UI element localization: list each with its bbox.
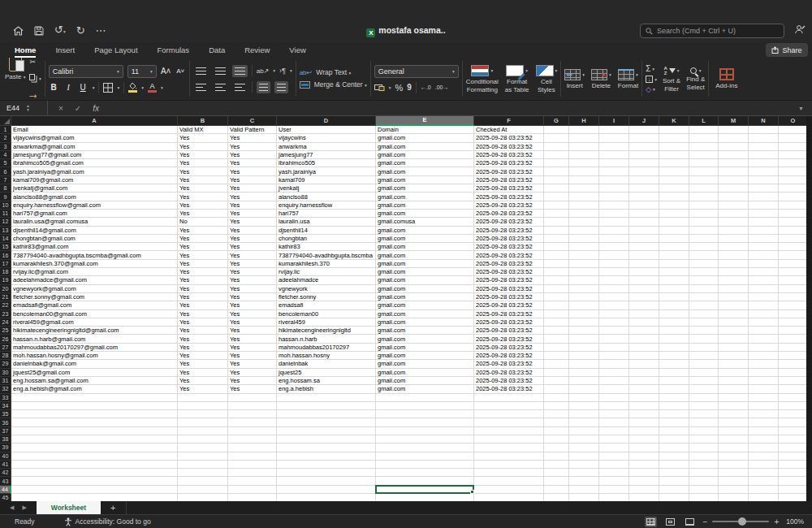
borders-button[interactable] <box>103 83 113 93</box>
cell-J43[interactable] <box>629 477 659 485</box>
cell-B42[interactable] <box>178 469 228 477</box>
cell-F18[interactable]: 2025-09-28 03:23:52 <box>474 268 544 276</box>
cell-K34[interactable] <box>659 402 689 410</box>
cell-E36[interactable] <box>376 418 474 426</box>
cell-J10[interactable] <box>629 201 659 210</box>
row-header-1[interactable]: 1 <box>0 126 11 134</box>
cell-O23[interactable] <box>779 310 808 318</box>
sheet-tab-worksheet[interactable]: Worksheet <box>37 501 101 514</box>
cell-M41[interactable] <box>719 461 749 469</box>
cell-D42[interactable] <box>277 469 376 477</box>
cell-B4[interactable]: Yes <box>178 151 228 159</box>
cell-N7[interactable] <box>749 176 779 184</box>
cell-N11[interactable] <box>749 210 779 218</box>
row-header-10[interactable]: 10 <box>0 201 11 210</box>
row-header-22[interactable]: 22 <box>0 301 11 309</box>
cell-M39[interactable] <box>719 444 749 452</box>
cell-E42[interactable] <box>376 469 474 477</box>
format-cells-button[interactable]: ▾ Format <box>618 69 638 89</box>
cell-A23[interactable]: bencoleman00@gmail.com <box>11 310 178 318</box>
cell-H25[interactable] <box>569 327 599 335</box>
cell-M16[interactable] <box>719 251 749 259</box>
cell-D1[interactable]: User <box>277 126 376 134</box>
cell-I41[interactable] <box>599 461 629 469</box>
cell-A16[interactable]: 7387794040-avadhbgupta.bscmba@gmail.com <box>11 251 178 259</box>
cell-N12[interactable] <box>749 218 779 226</box>
cell-I22[interactable] <box>599 301 629 309</box>
cell-I38[interactable] <box>599 435 629 444</box>
row-header-38[interactable]: 38 <box>0 435 11 444</box>
cell-D5[interactable]: ibrahimco505 <box>277 159 376 167</box>
cell-M25[interactable] <box>719 327 749 335</box>
cell-N30[interactable] <box>749 369 779 377</box>
cell-N34[interactable] <box>749 402 779 410</box>
cell-F29[interactable]: 2025-09-28 03:23:52 <box>474 360 544 368</box>
cell-H45[interactable] <box>569 494 599 501</box>
cell-N33[interactable] <box>749 394 779 402</box>
cell-M26[interactable] <box>719 335 749 343</box>
cell-N21[interactable] <box>749 293 779 301</box>
cell-D38[interactable] <box>277 435 376 444</box>
row-header-40[interactable]: 40 <box>0 452 11 461</box>
cell-F32[interactable]: 2025-09-28 03:23:52 <box>474 385 544 393</box>
cell-G6[interactable] <box>544 167 569 175</box>
cell-L40[interactable] <box>689 452 719 461</box>
cell-B27[interactable]: Yes <box>178 344 228 352</box>
row-header-7[interactable]: 7 <box>0 176 11 184</box>
cell-N38[interactable] <box>749 435 779 444</box>
conditional-formatting-button[interactable]: ▾ ConditionalFormatting <box>466 65 499 93</box>
align-left-button[interactable] <box>193 81 209 93</box>
column-header-G[interactable]: G <box>544 116 569 126</box>
cell-N17[interactable] <box>749 260 779 268</box>
cell-K31[interactable] <box>659 377 689 385</box>
cell-G33[interactable] <box>544 394 569 402</box>
cell-E1[interactable]: Domain <box>376 126 474 134</box>
cell-H28[interactable] <box>569 352 599 360</box>
cell-O36[interactable] <box>779 418 808 426</box>
cell-I3[interactable] <box>599 143 629 151</box>
accounting-dropdown[interactable]: ▾ <box>389 85 391 90</box>
cell-H31[interactable] <box>569 377 599 385</box>
cell-E22[interactable]: gmail.com <box>376 301 474 309</box>
cell-B38[interactable] <box>178 435 228 444</box>
cell-B3[interactable]: Yes <box>178 143 228 151</box>
cell-N44[interactable] <box>749 486 779 494</box>
row-header-15[interactable]: 15 <box>0 243 11 251</box>
cell-N18[interactable] <box>749 268 779 276</box>
row-header-6[interactable]: 6 <box>0 167 11 175</box>
cell-I43[interactable] <box>599 477 629 485</box>
cell-J9[interactable] <box>629 193 659 201</box>
cell-H9[interactable] <box>569 193 599 201</box>
cell-M20[interactable] <box>719 285 749 293</box>
page-layout-view-button[interactable] <box>664 517 676 527</box>
cell-C4[interactable]: Yes <box>228 151 277 159</box>
cell-B11[interactable]: Yes <box>178 210 228 218</box>
row-header-3[interactable]: 3 <box>0 143 11 151</box>
cell-E45[interactable] <box>376 494 474 501</box>
formula-input[interactable] <box>105 101 798 115</box>
cell-H16[interactable] <box>569 251 599 259</box>
cell-J35[interactable] <box>629 410 659 418</box>
cell-O29[interactable] <box>779 360 808 368</box>
cell-F14[interactable]: 2025-09-28 03:23:52 <box>474 235 544 243</box>
cell-J32[interactable] <box>629 385 659 393</box>
cell-N14[interactable] <box>749 235 779 243</box>
cell-I20[interactable] <box>599 285 629 293</box>
cell-O41[interactable] <box>779 461 808 469</box>
font-name-select[interactable]: Calibri▾ <box>49 65 123 78</box>
cell-K40[interactable] <box>659 452 689 461</box>
cell-F10[interactable]: 2025-09-28 03:23:52 <box>474 201 544 210</box>
cell-G32[interactable] <box>544 385 569 393</box>
cell-C26[interactable]: Yes <box>228 335 277 343</box>
cell-B31[interactable]: Yes <box>178 377 228 385</box>
cell-M36[interactable] <box>719 418 749 426</box>
cell-L38[interactable] <box>689 435 719 444</box>
enter-icon[interactable]: ✓ <box>75 104 81 113</box>
cell-O14[interactable] <box>779 235 808 243</box>
cell-I11[interactable] <box>599 210 629 218</box>
cell-I27[interactable] <box>599 344 629 352</box>
cell-I39[interactable] <box>599 444 629 452</box>
row-header-23[interactable]: 23 <box>0 310 11 318</box>
cell-J26[interactable] <box>629 335 659 343</box>
cell-E4[interactable]: gmail.com <box>376 151 474 159</box>
